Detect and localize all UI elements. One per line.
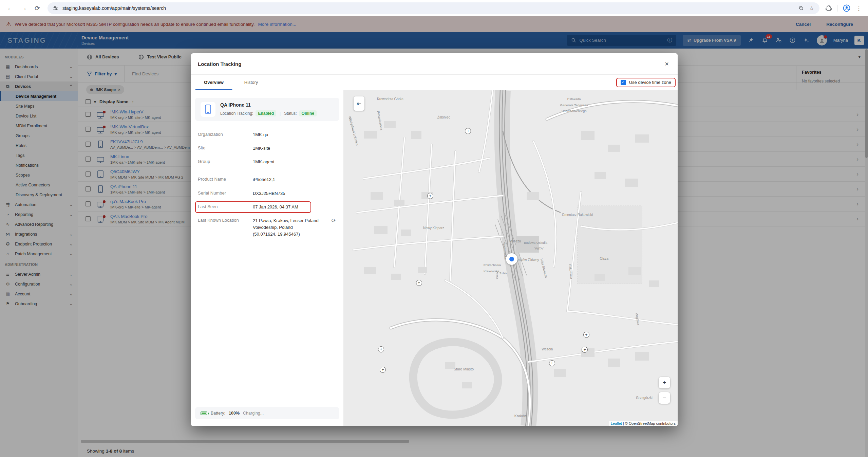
tracking-status-badge: Enabled <box>256 110 276 116</box>
status-label: Status: <box>284 111 297 116</box>
location-tracking-dialog: Location Tracking × Overview History ✓ U… <box>191 53 678 426</box>
field-row: Group 1MK-agent <box>195 156 339 168</box>
browser-chrome: ← → ⟳ staging.kaseyalab.com/app/main/sys… <box>0 0 868 16</box>
phone-icon <box>201 102 215 117</box>
leaflet-link[interactable]: Leaflet <box>611 421 622 425</box>
field-value: 1MK-qa <box>253 131 268 138</box>
field-row: Product Name iPhone12,1 <box>195 174 339 185</box>
map-cluster-marker[interactable]: + <box>549 360 555 366</box>
map-attribution: Leaflet | © OpenStreetMap contributors <box>609 421 678 426</box>
close-icon[interactable]: × <box>665 60 669 67</box>
dialog-tab-bar: Overview History ✓ Use device time zone <box>191 75 678 90</box>
refresh-location-icon[interactable]: ⟳ <box>332 217 336 224</box>
dialog-title: Location Tracking <box>198 61 241 67</box>
tracking-label: Location Tracking: <box>220 111 253 116</box>
bookmark-star-icon[interactable]: ☆ <box>809 5 814 12</box>
map-cluster-marker[interactable]: + <box>378 346 384 352</box>
dialog-tab[interactable]: Overview <box>195 75 232 90</box>
use-device-timezone-checkbox[interactable]: ✓ <box>621 80 626 85</box>
url-text: staging.kaseyalab.com/app/main/systems/s… <box>62 5 166 11</box>
field-value: 1MK-agent <box>253 159 275 165</box>
map-cluster-marker[interactable]: + <box>416 280 422 286</box>
field-label: Group <box>198 159 253 164</box>
field-value: iPhone12,1 <box>253 176 275 183</box>
timezone-label: Use device time zone <box>629 80 671 85</box>
battery-value: 100% <box>229 411 240 416</box>
profile-icon[interactable] <box>843 4 850 12</box>
field-label: Site <box>198 145 253 150</box>
field-label: Organization <box>198 131 253 137</box>
map-cluster-marker[interactable]: + <box>427 193 433 199</box>
battery-status-card: Battery: 100% Charging... <box>195 407 339 419</box>
timezone-annotation-box: ✓ Use device time zone <box>616 78 676 87</box>
browser-forward-button[interactable]: → <box>18 2 30 14</box>
page: ⚠ We've detected that your Microsoft M36… <box>0 16 868 457</box>
online-status-badge: Online <box>299 110 317 116</box>
field-value: 21 Pawia, Krakow, Lesser Poland Voivodes… <box>253 217 319 238</box>
browser-menu-icon[interactable]: ⋮ <box>856 4 862 12</box>
field-label: Last Known Location <box>198 217 253 223</box>
field-label: Product Name <box>198 176 253 182</box>
device-fields: Organization 1MK-qa Site <box>195 129 339 242</box>
map-cluster-marker[interactable]: + <box>582 347 588 353</box>
field-row: Last Seen 07 Jan 2026, 04:37 AM <box>195 201 311 213</box>
collapse-panel-button[interactable]: ⇤ <box>354 96 364 111</box>
field-label: Last Seen <box>198 204 253 209</box>
field-value: DX3J25HBN735 <box>253 190 285 197</box>
device-name: QA IPhone 11 <box>220 102 317 108</box>
dialog-tab[interactable]: History <box>232 75 270 90</box>
device-summary-card: QA IPhone 11 Location Tracking: Enabled … <box>195 98 339 121</box>
field-value: 1MK-site <box>253 145 270 152</box>
field-label: Serial Number <box>198 190 253 196</box>
extensions-icon[interactable] <box>826 5 832 11</box>
device-location-marker[interactable] <box>506 253 517 265</box>
site-settings-icon[interactable] <box>53 5 58 11</box>
map-cluster-marker[interactable]: + <box>380 367 386 373</box>
toolbar-divider <box>837 5 837 12</box>
battery-label: Battery: <box>211 411 225 416</box>
device-details-panel: QA IPhone 11 Location Tracking: Enabled … <box>191 90 343 426</box>
field-row: Organization 1MK-qa <box>195 129 339 141</box>
field-row: Serial Number DX3J25HBN735 <box>195 188 339 199</box>
battery-charging-status: Charging... <box>243 411 264 416</box>
map-cluster-marker[interactable]: + <box>465 128 471 134</box>
browser-reload-button[interactable]: ⟳ <box>31 2 43 14</box>
field-row: Site 1MK-site <box>195 143 339 154</box>
field-value: 07 Jan 2026, 04:37 AM <box>253 204 298 211</box>
address-bar[interactable]: staging.kaseyalab.com/app/main/systems/s… <box>48 2 819 14</box>
zoom-page-icon[interactable] <box>798 5 804 11</box>
map-zoom-in-button[interactable]: + <box>659 377 670 388</box>
map-zoom-out-button[interactable]: − <box>659 392 670 404</box>
field-row: Last Known Location 21 Pawia, Krakow, Le… <box>195 215 339 240</box>
location-map[interactable]: Krowodrza GórkaWładysława ŁokietkaRuszni… <box>343 90 678 426</box>
map-cluster-marker[interactable]: + <box>583 332 589 338</box>
browser-back-button[interactable]: ← <box>4 2 16 14</box>
battery-icon <box>201 412 207 415</box>
